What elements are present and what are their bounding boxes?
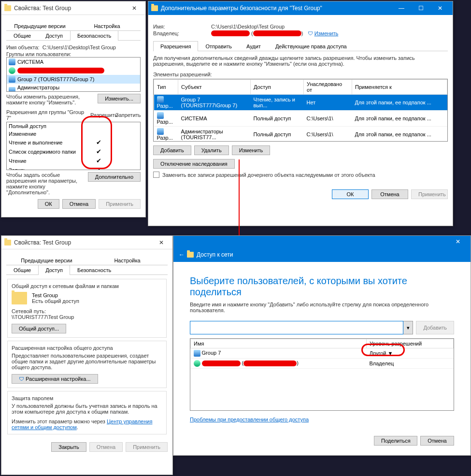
titlebar[interactable]: Свойства: Test Group ✕ xyxy=(1,1,145,15)
ok-button[interactable]: ОК xyxy=(38,199,59,209)
list-item[interactable]: Администраторы (TOURIST777\Администратор… xyxy=(17,85,138,92)
tab-effective[interactable]: Действующие права доступа xyxy=(268,41,354,51)
share-users-list[interactable]: ИмяУровень разрешений Group 7Другой ▼ ()… xyxy=(190,338,454,411)
back-icon[interactable]: ← xyxy=(176,251,187,258)
tab-security[interactable]: Безопасность xyxy=(70,30,118,41)
tab-settings[interactable]: Настройка xyxy=(87,255,168,265)
disable-inherit-button[interactable]: Отключение наследования xyxy=(153,159,235,169)
replace-entries-label: Заменить все записи разрешений дочернего… xyxy=(162,172,375,178)
table-row[interactable]: Group 7Другой ▼ xyxy=(191,348,454,359)
tab-access[interactable]: Доступ xyxy=(38,30,70,41)
maximize-icon[interactable]: ☐ xyxy=(411,2,430,14)
properties-dialog-bottom: Свойства: Test Group ✕ Предыдущие версии… xyxy=(1,235,173,475)
edit-button[interactable]: Изменить... xyxy=(98,94,141,103)
tab-security[interactable]: Безопасность xyxy=(70,265,118,275)
perm-row[interactable]: Чтение xyxy=(7,156,140,165)
ok-button[interactable]: ОК xyxy=(332,189,369,199)
tabs: Разрешения Отправить Аудит Действующие п… xyxy=(153,41,448,51)
replace-entries-checkbox[interactable] xyxy=(153,172,159,178)
group-icon xyxy=(157,112,164,119)
cancel-button[interactable]: Отмена xyxy=(62,199,96,209)
table-row[interactable]: Разр...Администраторы (TOURIST77...Полны… xyxy=(154,127,447,142)
tab-permissions[interactable]: Разрешения xyxy=(153,41,198,51)
advanced-button[interactable]: Дополнительно xyxy=(88,172,141,182)
folder-icon xyxy=(4,5,11,11)
titlebar[interactable]: ✕ xyxy=(173,236,471,247)
properties-dialog-top: Свойства: Test Group ✕ Предыдущие версии… xyxy=(1,1,146,217)
cancel-button: Отмена xyxy=(89,442,123,452)
password-protect-group: Защита паролем У пользователей должны бы… xyxy=(7,391,167,434)
group-icon xyxy=(194,350,200,357)
netpath-label: Сетевой путь: xyxy=(12,308,162,314)
perm-row[interactable]: Чтение и выполнение xyxy=(7,138,140,147)
remove-button[interactable]: Удалить xyxy=(194,145,229,155)
share-button[interactable]: Поделиться xyxy=(374,436,417,446)
cancel-button[interactable]: Отмена xyxy=(420,436,454,446)
group-icon xyxy=(9,76,15,83)
advanced-share-group: Расширенная настройка общего доступа Пре… xyxy=(7,341,167,388)
user-icon xyxy=(194,360,200,367)
group-icon xyxy=(157,96,164,103)
minimize-icon[interactable]: — xyxy=(392,2,411,14)
apply-button: Применить xyxy=(99,199,141,209)
object-name-label: Имя объекта: xyxy=(6,44,40,50)
tab-prev[interactable]: Предыдущие версии xyxy=(6,255,87,265)
tabs-row1: Предыдущие версии Настройка xyxy=(6,255,168,265)
annotation-circle xyxy=(81,116,112,169)
perm-row[interactable]: Список содержимого папки xyxy=(7,147,140,156)
tab-general[interactable]: Общие xyxy=(6,30,38,41)
folder-icon xyxy=(187,252,194,258)
titlebar[interactable]: Дополнительные параметры безопасности дл… xyxy=(148,1,453,15)
permissions-listbox[interactable]: Полный доступИзменениеЧтение и выполнени… xyxy=(6,122,141,170)
tab-settings[interactable]: Настройка xyxy=(73,21,141,31)
perm-entries-table[interactable]: ТипСубъектДоступУнаследовано отПрименяет… xyxy=(153,79,448,142)
table-row[interactable]: Разр...Group 7 (TOURIST777\Group 7)Чтени… xyxy=(154,95,447,111)
add-button: Добавить xyxy=(416,321,454,334)
groups-label: Группы или пользователи: xyxy=(6,51,141,57)
perm-row[interactable]: Запись xyxy=(7,165,140,170)
permissions-label: Разрешения для группы "Group 7" xyxy=(6,109,90,121)
cancel-button[interactable]: Отмена xyxy=(371,189,408,199)
dropdown-button[interactable]: ▾ xyxy=(403,321,413,334)
share-button[interactable]: Общий доступ... xyxy=(12,324,66,333)
tab-general[interactable]: Общие xyxy=(6,265,38,275)
advanced-security-dialog: Дополнительные параметры безопасности дл… xyxy=(148,1,453,226)
tab-share[interactable]: Отправить xyxy=(198,41,239,51)
legend: Расширенная настройка общего доступа xyxy=(12,345,162,351)
share-state: Есть общий доступ xyxy=(32,298,79,304)
change-owner-link[interactable]: Изменить xyxy=(314,30,339,36)
titlebar[interactable]: Свойства: Test Group ✕ xyxy=(1,236,172,249)
groups-listbox[interactable]: СИСТЕМА Group 7 (TOURIST777\Group 7) Адм… xyxy=(6,57,141,92)
tab-audit[interactable]: Аудит xyxy=(239,41,268,51)
close-icon[interactable]: ✕ xyxy=(430,2,450,14)
col-deny: Запретить xyxy=(115,112,141,118)
list-item[interactable]: СИСТЕМА xyxy=(17,59,43,65)
redacted xyxy=(17,68,104,73)
close-icon[interactable]: ✕ xyxy=(448,235,468,248)
user-input[interactable] xyxy=(190,321,403,334)
desc: У пользователей должны быть учетная запи… xyxy=(12,403,162,415)
list-item[interactable]: Group 7 (TOURIST777\Group 7) xyxy=(17,76,94,82)
group-icon xyxy=(9,58,15,65)
legend: Общий доступ к сетевым файлам и папкам xyxy=(12,283,162,289)
close-icon[interactable]: ✕ xyxy=(153,236,170,249)
table-row[interactable]: ()Владелец xyxy=(191,359,454,369)
legend: Защита паролем xyxy=(12,395,162,401)
shield-icon: 🛡 xyxy=(19,376,24,382)
tabs-row2: Общие Доступ Безопасность xyxy=(6,30,141,41)
name-label: Имя: xyxy=(153,24,211,29)
name-value: C:\Users\1\Desktop\Test Group xyxy=(211,24,285,29)
edit-button[interactable]: Изменить xyxy=(232,145,271,155)
tab-prev[interactable]: Предыдущие версии xyxy=(6,21,73,31)
folder-icon xyxy=(4,240,11,245)
close-button[interactable]: Закрыть xyxy=(51,442,86,452)
tab-access[interactable]: Доступ xyxy=(38,265,70,275)
trouble-link[interactable]: Проблемы при предоставлении общего досту… xyxy=(190,417,309,422)
advanced-share-button[interactable]: 🛡 Расширенная настройка... xyxy=(12,374,98,384)
table-row[interactable]: Разр...СИСТЕМАПолный доступC:\Users\1\Дл… xyxy=(154,111,447,127)
perm-row[interactable]: Полный доступ xyxy=(7,122,140,130)
perm-row[interactable]: Изменение xyxy=(7,130,140,138)
tabs-row2: Общие Доступ Безопасность xyxy=(6,265,168,275)
close-icon[interactable]: ✕ xyxy=(126,2,143,14)
add-button[interactable]: Добавить xyxy=(153,145,191,155)
